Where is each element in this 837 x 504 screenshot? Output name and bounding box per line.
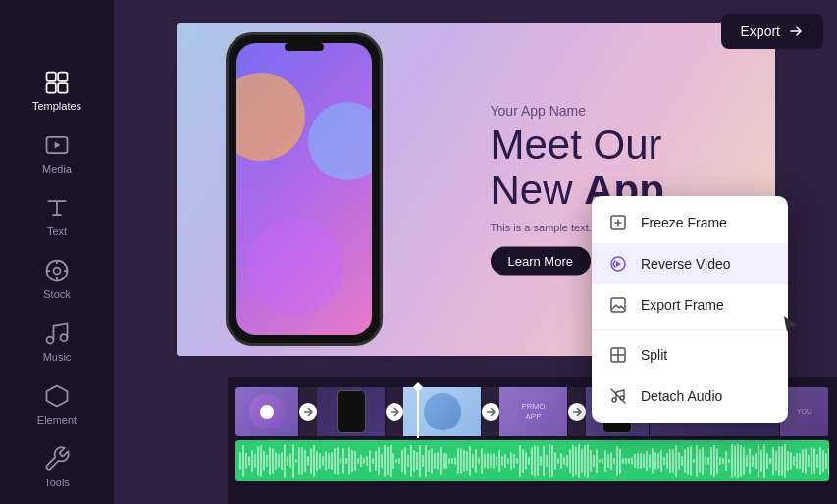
blob-purple [246, 218, 344, 316]
clip-2-phone [337, 390, 366, 433]
templates-label: Templates [32, 100, 81, 112]
media-label: Media [42, 163, 72, 175]
blob-blue [308, 102, 372, 180]
export-frame-label: Export Frame [641, 297, 724, 313]
svg-point-6 [54, 268, 61, 275]
cta-button[interactable]: Learn More [491, 247, 591, 276]
playhead [417, 384, 419, 438]
clip-1-thumb [249, 394, 285, 429]
element-icon [43, 382, 71, 410]
cursor-arrow [780, 314, 800, 333]
phone-notch [285, 43, 324, 51]
menu-item-export-frame[interactable]: Export Frame [592, 284, 788, 326]
text-label: Text [47, 226, 67, 237]
svg-rect-2 [47, 83, 56, 92]
split-icon [607, 344, 629, 366]
headline-line1: Meet Our [491, 121, 662, 167]
clip-4[interactable]: PRMOAPP [499, 387, 568, 436]
phone-body [226, 32, 383, 346]
svg-rect-3 [58, 83, 67, 92]
export-arrow-icon [788, 24, 804, 39]
transition-2[interactable] [386, 403, 403, 421]
detach-audio-label: Detach Audio [641, 388, 722, 404]
templates-icon [43, 69, 71, 96]
clip-1-icon [260, 405, 274, 419]
menu-item-reverse-video[interactable]: Reverse Video [592, 243, 788, 284]
app-name-text: Your App Name [491, 102, 746, 118]
element-label: Element [37, 414, 77, 426]
transition-4[interactable] [568, 403, 586, 421]
blob-orange [236, 73, 305, 161]
transition-4-icon [571, 406, 583, 418]
export-button[interactable]: Export [721, 14, 823, 49]
tools-label: Tools [44, 477, 70, 488]
export-label: Export [741, 24, 780, 39]
phone-screen [236, 43, 372, 335]
svg-point-13 [612, 398, 616, 402]
reverse-video-label: Reverse Video [641, 256, 731, 272]
waveform [235, 440, 829, 481]
transition-2-icon [389, 406, 400, 418]
freeze-frame-label: Freeze Frame [641, 215, 727, 230]
sidebar-item-text[interactable]: Text [0, 184, 114, 247]
detach-audio-icon [607, 385, 629, 407]
export-frame-icon [607, 294, 629, 316]
sidebar-item-templates[interactable]: Templates [0, 59, 114, 122]
menu-item-detach-audio[interactable]: Detach Audio [592, 376, 788, 417]
sidebar-item-stock[interactable]: Stock [0, 247, 114, 310]
clip-3[interactable] [403, 387, 482, 436]
clip-3-thumb [424, 393, 461, 430]
tools-icon [43, 445, 71, 473]
reverse-video-icon [607, 253, 629, 275]
freeze-frame-icon [607, 212, 629, 233]
menu-divider [592, 329, 788, 330]
sidebar-item-music[interactable]: Music [0, 310, 114, 373]
clip-1[interactable] [235, 387, 299, 436]
transition-3[interactable] [482, 403, 499, 421]
media-icon [43, 131, 71, 159]
sidebar-item-media[interactable]: Media [0, 122, 114, 184]
svg-rect-0 [47, 73, 56, 81]
phone-mockup [206, 23, 402, 356]
svg-point-8 [61, 334, 68, 341]
music-icon [43, 320, 71, 347]
clip-2[interactable] [317, 387, 386, 436]
svg-rect-11 [611, 298, 625, 312]
sidebar: Templates Media Text Stock Music [0, 0, 114, 504]
sidebar-item-element[interactable]: Element [0, 373, 114, 435]
audio-track [235, 440, 829, 481]
split-label: Split [641, 347, 667, 363]
svg-point-7 [47, 337, 54, 344]
text-icon [43, 194, 71, 222]
stock-icon [43, 257, 71, 284]
menu-item-freeze-frame[interactable]: Freeze Frame [592, 202, 788, 243]
svg-rect-1 [58, 73, 67, 81]
music-label: Music [43, 351, 72, 363]
transition-1[interactable] [299, 403, 317, 421]
clip-4-text: PRMOAPP [522, 402, 546, 421]
clip-7-text: YOU [797, 408, 811, 415]
menu-item-split[interactable]: Split [592, 334, 788, 376]
stock-label: Stock [43, 288, 71, 300]
sidebar-item-tools[interactable]: Tools [0, 435, 114, 498]
context-menu: Freeze Frame Reverse Video Export Frame [592, 196, 788, 423]
transition-3-icon [485, 406, 497, 418]
transition-1-icon [302, 406, 314, 418]
